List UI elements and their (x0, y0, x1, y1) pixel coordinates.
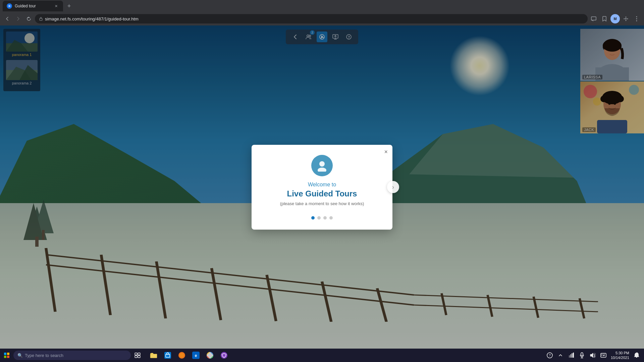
taskbar-app-purple[interactable] (217, 349, 231, 362)
svg-point-10 (636, 18, 637, 19)
tab-title: Guided tour (15, 4, 50, 8)
svg-rect-101 (603, 354, 603, 355)
chevron-right-icon: › (392, 184, 394, 191)
svg-point-4 (625, 18, 627, 19)
file-explorer-icon (150, 352, 157, 358)
orange-app-icon (178, 352, 185, 359)
forward-button[interactable] (13, 14, 23, 23)
tab-close-button[interactable]: ✕ (53, 3, 59, 9)
svg-point-9 (636, 16, 637, 17)
modal-dots (265, 216, 379, 220)
search-placeholder-text: Type here to search (25, 353, 63, 358)
address-text: simage.net.fs.com/touring/487/1/guided-t… (45, 16, 139, 21)
network-icon[interactable] (567, 351, 576, 360)
browser-chrome: Guided tour ✕ + simage.net.fs.com/tourin… (0, 0, 644, 25)
svg-rect-83 (164, 352, 171, 359)
svg-rect-103 (601, 355, 602, 356)
taskbar-app-orange[interactable] (175, 349, 189, 362)
purple-app-icon (220, 352, 228, 359)
svg-point-1 (8, 5, 10, 7)
svg-rect-104 (603, 355, 605, 356)
multicolor-app-icon (206, 352, 214, 359)
svg-rect-77 (135, 353, 137, 355)
microphone-icon[interactable] (577, 351, 587, 360)
browser-tab-active[interactable]: Guided tour ✕ (3, 1, 63, 11)
store-icon (164, 352, 171, 359)
lock-icon (39, 17, 43, 21)
modal-title: Live Guided Tours (265, 189, 379, 198)
modal-description: (please take a moment to see how it work… (265, 201, 379, 206)
cast-button[interactable] (589, 14, 598, 23)
svg-rect-80 (138, 356, 140, 358)
main-content: panorama 1 panorama 2 2 (0, 25, 644, 349)
taskbar-app-store[interactable] (161, 349, 174, 362)
back-button[interactable] (3, 14, 12, 23)
new-tab-button[interactable]: + (64, 1, 74, 11)
svg-rect-79 (135, 356, 137, 358)
windows-logo-icon (4, 353, 9, 358)
svg-text:?: ? (549, 354, 551, 357)
taskbar-app-explorer[interactable] (147, 349, 160, 362)
modal-dot-1[interactable] (311, 216, 315, 220)
taskbar: 🔍 Type here to search (0, 349, 644, 362)
help-icon[interactable]: ? (545, 351, 554, 360)
svg-rect-95 (572, 353, 573, 358)
clock-display[interactable]: 5:30 PM 10/14/2021 (609, 351, 631, 360)
svg-rect-2 (40, 18, 42, 20)
taskbar-right: ? 5:30 PM 10/14/2021 (545, 351, 644, 360)
svg-rect-78 (138, 353, 140, 355)
svg-text:e: e (195, 353, 197, 358)
toolbar-right: M (589, 14, 641, 23)
notifications-button[interactable] (632, 351, 641, 360)
svg-point-75 (319, 161, 325, 167)
modal-dot-4[interactable] (329, 216, 333, 220)
modal-close-button[interactable]: × (384, 149, 388, 155)
svg-rect-100 (601, 354, 602, 355)
modal-avatar-icon (311, 155, 333, 176)
svg-marker-98 (590, 353, 593, 358)
start-button[interactable] (0, 349, 13, 362)
tab-favicon-icon (7, 3, 12, 9)
svg-rect-94 (570, 354, 571, 358)
browser-toolbar: simage.net.fs.com/touring/487/1/guided-t… (0, 12, 644, 25)
taskbar-app-blue[interactable]: e (189, 349, 203, 362)
task-view-button[interactable] (131, 349, 144, 362)
svg-rect-97 (581, 353, 583, 356)
svg-rect-102 (604, 354, 605, 355)
svg-rect-81 (150, 354, 157, 358)
chevron-up-icon[interactable] (556, 351, 565, 360)
svg-point-6 (626, 20, 627, 21)
blue-app-icon: e (192, 352, 200, 359)
address-bar[interactable]: simage.net.fs.com/touring/487/1/guided-t… (35, 14, 588, 23)
svg-point-5 (626, 17, 627, 18)
bookmark-button[interactable] (600, 14, 609, 23)
modal-overlay: × Welcome to Live Guided Tours (please t… (0, 25, 644, 349)
svg-point-11 (636, 20, 637, 21)
svg-point-7 (624, 18, 625, 19)
svg-point-8 (627, 18, 628, 19)
svg-rect-3 (591, 17, 596, 20)
keyboard-icon[interactable] (599, 351, 608, 360)
svg-rect-93 (569, 355, 570, 358)
modal-next-button[interactable]: › (387, 181, 399, 193)
modal-subtitle-top: Welcome to (265, 182, 379, 188)
svg-point-76 (318, 168, 326, 172)
date-text: 10/14/2021 (611, 355, 629, 360)
taskbar-app-multicolor[interactable] (203, 349, 217, 362)
task-view-icon (135, 353, 141, 358)
refresh-button[interactable] (24, 14, 34, 23)
menu-button[interactable] (632, 14, 641, 23)
taskbar-apps: e (147, 349, 231, 362)
volume-icon[interactable] (588, 351, 597, 360)
svg-point-86 (179, 353, 184, 358)
tab-bar: Guided tour ✕ + (0, 0, 644, 12)
profile-button[interactable]: M (610, 14, 620, 23)
modal-dot-2[interactable] (317, 216, 321, 220)
svg-rect-96 (573, 353, 574, 358)
modal-dot-3[interactable] (323, 216, 327, 220)
welcome-modal: × Welcome to Live Guided Tours (please t… (252, 145, 392, 230)
extensions-button[interactable] (621, 14, 631, 23)
search-icon: 🔍 (17, 353, 23, 358)
taskbar-search[interactable]: 🔍 Type here to search (13, 351, 131, 360)
time-text: 5:30 PM (611, 351, 629, 355)
